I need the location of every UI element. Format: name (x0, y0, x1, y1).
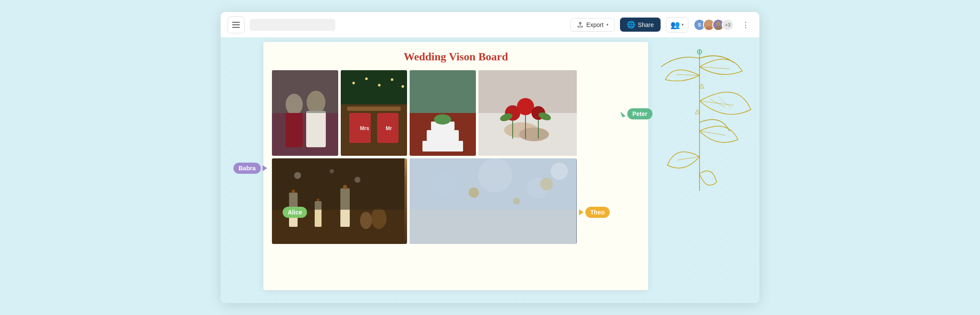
peter-bubble-label: Peter (627, 108, 652, 119)
svg-point-0 (707, 21, 711, 26)
svg-rect-26 (431, 122, 455, 130)
chevron-down-icon: ▾ (606, 22, 608, 27)
svg-point-37 (531, 106, 545, 120)
svg-point-20 (365, 77, 368, 80)
svg-point-65 (513, 198, 520, 205)
svg-point-52 (360, 212, 372, 229)
svg-point-3 (714, 26, 722, 31)
svg-rect-15 (377, 113, 398, 143)
svg-rect-25 (410, 113, 476, 156)
svg-line-71 (710, 99, 725, 107)
svg-rect-12 (341, 104, 407, 156)
svg-rect-14 (349, 113, 371, 143)
svg-point-62 (527, 178, 549, 199)
babra-cursor-icon (263, 165, 267, 171)
svg-rect-7 (286, 113, 303, 147)
theo-bubble-label: Theo (585, 207, 610, 218)
svg-rect-47 (315, 201, 322, 227)
canvas-area[interactable]: Wedding Vison Board (221, 38, 759, 303)
theo-cursor-icon (579, 209, 584, 215)
hamburger-line-2 (232, 24, 240, 25)
collab-button[interactable]: 👥 ▾ (666, 17, 688, 33)
svg-point-51 (371, 208, 387, 229)
cursor-theo: Theo (579, 207, 610, 218)
alice-bubble-label: Alice (283, 207, 307, 218)
svg-point-23 (401, 85, 404, 88)
svg-rect-24 (410, 70, 476, 156)
photo-candles (272, 158, 407, 244)
export-icon (577, 21, 584, 28)
svg-point-21 (378, 84, 381, 86)
photo-cake-img (410, 70, 476, 156)
svg-point-60 (431, 171, 457, 197)
app-window: Export ▾ 🌐 Share 👥 ▾ S (221, 12, 759, 303)
menu-button[interactable] (227, 16, 245, 33)
photo-winter (410, 158, 577, 244)
photo-bouquet-img (478, 70, 577, 156)
svg-point-63 (551, 163, 568, 180)
svg-point-74 (699, 51, 700, 53)
svg-point-6 (286, 94, 303, 115)
avatar-s-label: S (698, 22, 701, 27)
svg-text:Mrs: Mrs (360, 125, 369, 131)
svg-point-56 (354, 177, 360, 183)
svg-line-72 (719, 97, 732, 109)
svg-rect-58 (410, 158, 576, 210)
svg-rect-59 (410, 210, 576, 244)
photo-bouquet (478, 70, 577, 156)
svg-point-48 (317, 199, 319, 201)
hamburger-line-1 (232, 22, 240, 23)
babra-bubble-label: Babra (233, 163, 261, 174)
svg-line-70 (700, 101, 734, 105)
photo-cake (410, 70, 476, 156)
photo-table: Mrs Mr (341, 70, 407, 156)
photo-candles-img (272, 158, 404, 244)
avatar-count: +3 (722, 19, 734, 31)
vision-board: Wedding Vison Board (263, 42, 648, 290)
svg-rect-4 (272, 70, 338, 156)
svg-point-73 (697, 50, 702, 54)
svg-rect-53 (272, 158, 404, 210)
svg-rect-30 (410, 70, 476, 113)
photo-bridesmaids-img (272, 70, 338, 156)
svg-point-34 (519, 128, 549, 141)
svg-point-8 (307, 91, 325, 114)
toolbar: Export ▾ 🌐 Share 👥 ▾ S (221, 12, 759, 38)
cursor-babra: Babra (233, 163, 267, 174)
svg-rect-18 (341, 70, 407, 104)
svg-point-66 (540, 178, 553, 190)
export-label: Export (586, 21, 603, 28)
svg-point-61 (478, 158, 512, 193)
svg-point-36 (517, 98, 534, 115)
svg-point-2 (716, 21, 720, 26)
photo-bridesmaids (272, 70, 338, 156)
svg-point-42 (537, 111, 552, 122)
svg-rect-32 (478, 113, 577, 156)
svg-rect-27 (427, 130, 459, 141)
svg-point-41 (499, 112, 514, 122)
svg-point-29 (434, 114, 451, 125)
svg-line-75 (700, 131, 725, 135)
svg-line-68 (700, 67, 729, 69)
share-button[interactable]: 🌐 Share (620, 18, 661, 32)
photo-table-img: Mrs Mr (341, 70, 407, 156)
svg-rect-10 (272, 70, 338, 113)
photo-winter-img (410, 158, 576, 244)
more-options-button[interactable]: ⋮ (739, 18, 753, 32)
avatars-group: S +3 (694, 19, 734, 31)
more-icon: ⋮ (742, 20, 750, 30)
svg-rect-11 (341, 70, 407, 156)
collab-chevron-icon: ▾ (682, 22, 684, 27)
board-title: Wedding Vison Board (272, 51, 640, 63)
svg-point-46 (292, 190, 295, 193)
svg-point-1 (705, 26, 712, 31)
svg-rect-13 (347, 107, 401, 111)
svg-rect-9 (306, 111, 326, 147)
svg-rect-5 (272, 113, 338, 156)
svg-text:Mr: Mr (386, 125, 392, 131)
svg-point-55 (330, 169, 334, 173)
export-button[interactable]: Export ▾ (570, 18, 614, 32)
svg-rect-49 (340, 188, 350, 227)
svg-line-69 (676, 74, 700, 75)
svg-rect-57 (410, 158, 576, 244)
